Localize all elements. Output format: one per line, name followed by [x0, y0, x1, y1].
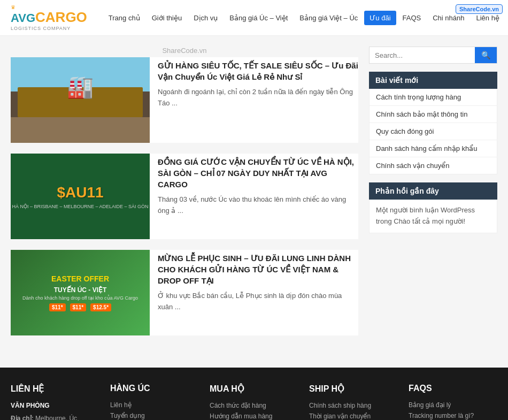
nav-gioi-thieu[interactable]: Giới thiệu: [147, 11, 187, 25]
footer-ship-ho-title: SHIP HỘ: [309, 384, 398, 394]
price-tag-2: $11*: [70, 303, 87, 311]
article-item: $AU11 HÀ NỘI – BRISBANE – MELBOURNE – AD…: [11, 154, 358, 239]
article-excerpt-1: Ngoánh đi ngoánh lại, chỉ còn 2 tuần nữa…: [158, 87, 358, 109]
sidebar-recent-comments-title: Phản hồi gần đây: [369, 182, 497, 200]
footer-col-hang-uc: HÀNG ÚC Liên hệ Tuyển dụng Giảng xuất kh…: [110, 384, 199, 420]
main-nav: Trang chủ Giới thiệu Dịch vụ Bảng giá Úc…: [103, 11, 505, 25]
footer-link-tracking-number[interactable]: Tracking number là gì?: [409, 412, 497, 419]
sidebar-link-new-post-4[interactable]: Danh sách hàng cấm nhập khẩu: [370, 140, 497, 157]
nav-bang-gia-uc-viet[interactable]: Bảng giá Úc – Việt: [224, 11, 293, 25]
thumb-price: $AU11: [57, 184, 103, 201]
thumb-cities: HÀ NỘI – BRISBANE – MELBOURNE – ADELAIDE…: [12, 204, 148, 209]
thumb-easter: EASTER OFFER: [51, 274, 109, 284]
article-title-2[interactable]: ĐỒNG GIÁ CƯỚC VẬN CHUYỂN TỪ ÚC VỀ HÀ NỘI…: [158, 156, 358, 190]
nav-trang-chu[interactable]: Trang chủ: [103, 11, 145, 25]
footer-faqs-title: FAQS: [409, 384, 497, 393]
sharecode-badge: ShareCode.vn: [456, 4, 503, 14]
thumb-image-1: [11, 57, 150, 143]
footer-link-cach-thuc-dat-hang[interactable]: Cách thức đặt hàng: [210, 402, 298, 409]
sidebar: 🔍 Bài viết mới Cách tính trọng lượng hàn…: [369, 47, 497, 346]
sidebar-link-new-post-3[interactable]: Quy cách đóng gói: [370, 123, 497, 140]
header: ♛ AVGCARGO LOGISTICS COMPANY Trang chủ G…: [0, 0, 508, 36]
footer-link-huong-dan-mua-hang[interactable]: Hướng dẫn mua hàng: [210, 413, 298, 420]
footer-col-ship-ho: SHIP HỘ Chính sách ship hàng Thời gian v…: [309, 384, 398, 420]
article-thumb-2: $AU11 HÀ NỘI – BRISBANE – MELBOURNE – AD…: [11, 154, 150, 239]
search-input[interactable]: [370, 47, 475, 63]
footer-link-lien-he[interactable]: Liên hệ: [110, 401, 199, 409]
sidebar-links-new-posts: Cách tính trọng lượng hàng Chính sách bả…: [369, 89, 497, 174]
sidebar-link-new-post-2[interactable]: Chính sách bảo mật thông tin: [370, 106, 497, 123]
footer-col-contact: LIÊN HỆ VĂN PHÒNG Địa chỉ: Melbourne, Úc…: [11, 384, 99, 420]
footer-contact-title: LIÊN HỆ: [11, 384, 99, 394]
thumb-route: TUYẾN ÚC - VIỆT: [54, 286, 107, 294]
logo-avg: AVG: [11, 11, 35, 25]
sidebar-new-posts: Bài viết mới Cách tính trọng lượng hàng …: [369, 72, 497, 174]
footer: LIÊN HỆ VĂN PHÒNG Địa chỉ: Melbourne, Úc…: [0, 368, 508, 420]
logo-text: AVGCARGO: [11, 9, 87, 26]
main-container: ShareCode.vn GỬI HÀNG SIÊU TỐC, TẾT SALE…: [0, 36, 508, 357]
price-tag-3: $12.5*: [90, 303, 111, 311]
article-text-1: GỬI HÀNG SIÊU TỐC, TẾT SALE SIÊU SỐC – Ư…: [158, 57, 358, 143]
article-excerpt-3: Ở khu vực Bắc bán cầu, Lễ Phục sinh là d…: [158, 291, 358, 313]
article-item: EASTER OFFER TUYẾN ÚC - VIỆT Dành cho kh…: [11, 250, 358, 335]
thumb-price-tags: $11* $11* $12.5*: [49, 303, 111, 311]
watermark: ShareCode.vn: [11, 47, 358, 55]
article-title-3[interactable]: MỪNG LỄ PHỤC SINH – ƯU ĐÃI LUNG LINH DÀN…: [158, 253, 358, 286]
footer-link-chinh-sach-ship[interactable]: Chính sách ship hàng: [309, 402, 398, 409]
article-thumb-1: [11, 57, 150, 143]
footer-col-faqs: FAQS Bảng giá đại lý Tracking number là …: [409, 384, 497, 420]
thumb-image-3: EASTER OFFER TUYẾN ÚC - VIỆT Dành cho kh…: [11, 250, 150, 335]
sidebar-new-posts-title: Bài viết mới: [369, 72, 497, 89]
footer-mua-ho-title: MUA HỘ: [210, 384, 298, 394]
logo: ♛ AVGCARGO LOGISTICS COMPANY: [11, 4, 87, 31]
thumb-image-2: $AU11 HÀ NỘI – BRISBANE – MELBOURNE – AD…: [11, 154, 150, 239]
logo-subtitle: LOGISTICS COMPANY: [11, 26, 71, 31]
thumb-sub: Dành cho khách hàng drop off tại kho của…: [22, 295, 138, 301]
search-button[interactable]: 🔍: [475, 47, 497, 63]
sidebar-comment-text: Một người bình luận WordPress trong Chào…: [369, 200, 497, 233]
price-tag-1: $11*: [49, 303, 66, 311]
footer-link-tuyen-dung[interactable]: Tuyển dụng: [110, 412, 199, 419]
footer-hang-uc-title: HÀNG ÚC: [110, 384, 199, 393]
footer-link-thoi-gian-van-chuyen[interactable]: Thời gian vận chuyển: [309, 413, 398, 420]
article-excerpt-2: Tháng 03 về, nước Úc vào thu khoác lên m…: [158, 194, 358, 217]
footer-office-label: VĂN PHÒNG: [11, 402, 99, 409]
search-box: 🔍: [369, 47, 497, 64]
footer-grid: LIÊN HỆ VĂN PHÒNG Địa chỉ: Melbourne, Úc…: [11, 384, 497, 420]
article-text-2: ĐỒNG GIÁ CƯỚC VẬN CHUYỂN TỪ ÚC VỀ HÀ NỘI…: [158, 154, 358, 239]
article-item: GỬI HÀNG SIÊU TỐC, TẾT SALE SIÊU SỐC – Ư…: [11, 57, 358, 143]
article-title-1[interactable]: GỬI HÀNG SIÊU TỐC, TẾT SALE SIÊU SỐC – Ư…: [158, 60, 358, 82]
footer-address-value: Melbourne, Úc: [35, 415, 77, 420]
article-thumb-3: EASTER OFFER TUYẾN ÚC - VIỆT Dành cho kh…: [11, 250, 150, 335]
sidebar-link-new-post-1[interactable]: Cách tính trọng lượng hàng: [370, 89, 497, 106]
nav-uu-dai[interactable]: Ưu đãi: [364, 11, 396, 25]
footer-link-bang-gia-dai-ly[interactable]: Bảng giá đại lý: [409, 401, 497, 409]
nav-dich-vu[interactable]: Dịch vụ: [188, 11, 223, 25]
nav-faqs[interactable]: FAQS: [397, 11, 427, 25]
logo-cargo: CARGO: [35, 9, 87, 25]
sidebar-recent-comments: Phản hồi gần đây Một người bình luận Wor…: [369, 182, 497, 233]
footer-address: Địa chỉ: Melbourne, Úc: [11, 414, 99, 420]
content-area: ShareCode.vn GỬI HÀNG SIÊU TỐC, TẾT SALE…: [11, 47, 358, 346]
footer-col-mua-ho: MUA HỘ Cách thức đặt hàng Hướng dẫn mua …: [210, 384, 298, 420]
article-text-3: MỪNG LỄ PHỤC SINH – ƯU ĐÃI LUNG LINH DÀN…: [158, 250, 358, 335]
nav-bang-gia-viet-uc[interactable]: Bảng giá Việt – Úc: [294, 11, 363, 25]
footer-address-label: Địa chỉ:: [11, 415, 34, 420]
sidebar-link-new-post-5[interactable]: Chính sách vận chuyển: [370, 157, 497, 174]
